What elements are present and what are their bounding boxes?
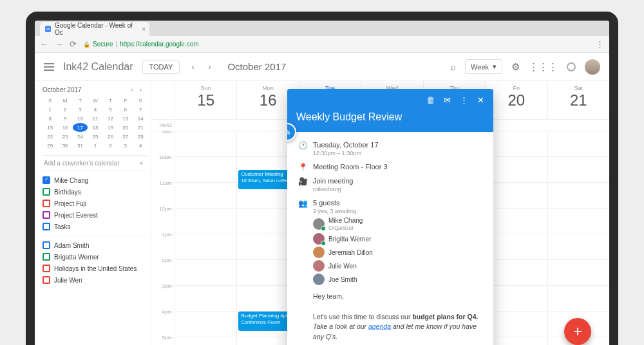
next-icon[interactable]: › (205, 62, 213, 71)
close-tab-icon[interactable]: × (142, 26, 146, 33)
plus-icon: + (139, 160, 143, 167)
guest-item: Mike ChangOrganizer (313, 217, 484, 231)
app-topbar: Ink42 Calendar TODAY ‹ › October 2017 ⌕ … (35, 53, 609, 81)
mini-prev-icon[interactable]: ‹ (131, 86, 133, 93)
browser-tabs: 16 Google Calendar - Week of Oc × (35, 21, 609, 36)
checkbox-icon[interactable] (43, 223, 50, 230)
forward-icon[interactable]: → (55, 39, 63, 49)
address-bar[interactable]: 🔒 Secure | https://calendar.google.com (83, 41, 589, 48)
calendar-item[interactable]: Holidays in the United States (43, 265, 148, 272)
video-icon: 🎥 (298, 177, 308, 186)
reload-icon[interactable]: ⟳ (70, 39, 77, 49)
checkbox-icon[interactable] (43, 241, 50, 249)
checkbox-icon[interactable] (43, 188, 50, 196)
avatar[interactable] (585, 59, 600, 75)
clock-icon: 🕐 (298, 141, 308, 150)
guest-item: Brigitta Werner (313, 233, 484, 245)
sidebar: October 2017 ‹› SMTWTFS12345678910111213… (35, 81, 151, 345)
tab-title: Google Calendar - Week of Oc (55, 22, 134, 36)
browser-tab[interactable]: 16 Google Calendar - Week of Oc × (40, 22, 149, 36)
view-selector[interactable]: Week▾ (465, 59, 502, 74)
create-fab[interactable]: + (564, 318, 591, 345)
guest-item: Joe Smith (313, 274, 484, 285)
mini-next-icon[interactable]: › (140, 86, 142, 93)
add-calendar[interactable]: Add a coworker's calendar+ (43, 155, 148, 171)
url-host: https://calendar.google.com (120, 41, 198, 48)
agenda-link[interactable]: agenda (368, 322, 391, 330)
checkbox-icon[interactable] (43, 200, 50, 207)
guest-item: Julie Wen (313, 260, 484, 272)
checkbox-icon[interactable] (43, 253, 50, 261)
calendar-label: Project Fuji (54, 200, 86, 207)
calendar-label: Birthdays (54, 189, 81, 196)
day-header[interactable]: Sat21 (547, 81, 609, 119)
menu-icon[interactable] (44, 63, 54, 71)
back-icon[interactable]: ← (40, 39, 48, 49)
calendar-item[interactable]: Project Fuji (43, 200, 148, 207)
day-column[interactable] (547, 131, 609, 345)
day-column[interactable] (485, 131, 547, 345)
guest-item: Jeremiah Dillon (313, 247, 484, 258)
search-icon[interactable]: ⌕ (450, 61, 456, 72)
delete-icon[interactable]: 🗑 (426, 95, 435, 105)
day-header[interactable]: Sun15 (175, 81, 236, 119)
checkbox-icon[interactable] (43, 211, 50, 219)
calendar-item[interactable]: Birthdays (43, 188, 148, 196)
calendar-label: Holidays in the United States (54, 265, 137, 272)
checkbox-icon[interactable] (43, 265, 50, 272)
today-button[interactable]: TODAY (142, 60, 180, 74)
gear-icon[interactable]: ⚙ (511, 61, 520, 73)
allday-label: Ink42 (151, 120, 175, 131)
mail-icon[interactable]: ✉ (444, 95, 451, 105)
day-header[interactable]: Fri20 (485, 81, 547, 119)
browser-menu-icon[interactable]: ⋮ (596, 39, 604, 49)
calendar-item[interactable]: Brigatta Werner (43, 253, 148, 261)
popup-title: Weekly Budget Review (296, 111, 484, 123)
prev-icon[interactable]: ‹ (189, 62, 196, 71)
secure-label: Secure (93, 41, 113, 48)
calendar-label: Tasks (54, 223, 71, 230)
calendar-item[interactable]: Adam Smith (43, 241, 148, 249)
calendar-item[interactable]: Mike Chang (43, 176, 148, 184)
brand: Ink42 Calendar (63, 61, 133, 73)
day-column[interactable] (175, 131, 236, 345)
location-icon: 📍 (298, 163, 308, 172)
lock-icon: 🔒 (83, 41, 90, 48)
calendar-item[interactable]: Tasks (43, 223, 148, 230)
calendar-label: Julie Wen (54, 277, 82, 284)
tab-favicon: 16 (45, 26, 51, 32)
apps-icon[interactable]: ⋮⋮⋮ (529, 61, 558, 73)
checkbox-icon[interactable] (43, 276, 50, 284)
browser-toolbar: ← → ⟳ 🔒 Secure | https://calendar.google… (35, 36, 609, 53)
calendar-label: Project Everest (54, 212, 98, 219)
calendar-item[interactable]: Project Everest (43, 211, 148, 219)
calendar-label: Adam Smith (54, 242, 89, 249)
mini-cal-title: October 2017 (43, 86, 82, 93)
notifications-icon[interactable] (567, 62, 576, 71)
mini-calendar[interactable]: SMTWTFS123456789101112131415161718192021… (43, 96, 148, 150)
more-icon[interactable]: ⋮ (460, 95, 468, 105)
checkbox-icon[interactable] (43, 176, 50, 184)
calendar-label: Mike Chang (54, 177, 88, 184)
people-icon: 👥 (298, 199, 308, 208)
close-icon[interactable]: ✕ (477, 95, 484, 105)
chevron-down-icon: ▾ (493, 62, 497, 71)
event-popup: 🗑 ✉ ⋮ ✕ Weekly Budget Review ✎ 🕐Tuesday,… (287, 89, 493, 345)
month-title: October 2017 (227, 61, 286, 72)
calendar-label: Brigatta Werner (54, 254, 99, 261)
calendar-item[interactable]: Julie Wen (43, 276, 148, 284)
